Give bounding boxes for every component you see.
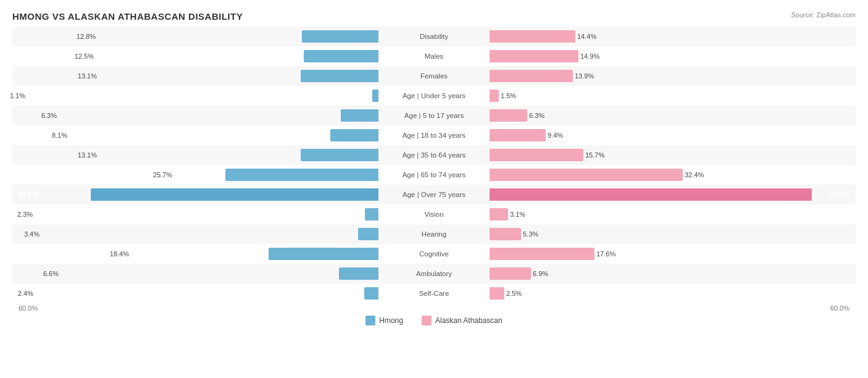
value-left: 12.8%	[77, 33, 96, 40]
bar-row: 13.1%Age | 35 to 64 years15.7%	[12, 145, 856, 165]
bar-label: Age | 65 to 74 years	[378, 171, 490, 178]
value-left: 2.4%	[18, 290, 33, 297]
axis-left: 60.0%	[19, 304, 38, 312]
axis-right: 60.0%	[830, 304, 849, 312]
bar-label: Disability	[378, 33, 490, 40]
legend-alaskan: Alaskan Athabascan	[422, 316, 503, 326]
chart-area: 12.8%Disability14.4%12.5%Males14.9%13.1%…	[12, 27, 856, 303]
value-left: 6.6%	[43, 270, 59, 277]
value-right: 32.4%	[685, 171, 704, 178]
chart-title: HMONG VS ALASKAN ATHABASCAN DISABILITY	[12, 11, 856, 22]
legend-alaskan-label: Alaskan Athabascan	[435, 316, 503, 325]
bar-row: 12.8%Disability14.4%	[12, 27, 856, 46]
value-right: 14.4%	[577, 33, 596, 40]
value-right: 2.5%	[506, 290, 522, 297]
value-left: 3.4%	[24, 230, 40, 238]
bar-label: Females	[378, 72, 490, 80]
bar-row: 12.5%Males14.9%	[12, 46, 856, 66]
legend: Hmong Alaskan Athabascan	[12, 316, 856, 326]
value-left: 13.1%	[78, 72, 97, 80]
value-left: 1.1%	[10, 92, 25, 99]
bar-label: Cognitive	[378, 250, 490, 258]
value-left: 48.2%	[17, 190, 38, 199]
value-left: 2.3%	[17, 211, 33, 218]
bar-label: Vision	[378, 211, 490, 218]
value-right: 1.5%	[501, 92, 516, 99]
value-left: 6.3%	[41, 112, 57, 119]
value-right: 6.9%	[533, 270, 548, 277]
bar-label: Males	[378, 52, 490, 60]
bar-row: 8.1%Age | 18 to 34 years9.4%	[12, 125, 856, 145]
value-right: 14.9%	[580, 52, 599, 60]
value-right: 15.7%	[585, 151, 604, 159]
bar-row: 6.3%Age | 5 to 17 years6.3%	[12, 106, 856, 125]
legend-alaskan-box	[422, 316, 432, 326]
value-right: 54.0%	[830, 190, 851, 199]
bar-row: 3.4%Hearing5.3%	[12, 224, 856, 244]
value-left: 13.1%	[78, 151, 97, 159]
bar-label: Hearing	[378, 230, 490, 238]
bar-label: Age | 35 to 64 years	[378, 151, 490, 159]
legend-hmong-box	[365, 316, 375, 326]
bar-row: 48.2%Age | Over 75 years54.0%	[12, 185, 856, 204]
bar-row: 18.4%Cognitive17.6%	[12, 244, 856, 264]
bar-row: 25.7%Age | 65 to 74 years32.4%	[12, 165, 856, 185]
value-left: 18.4%	[110, 250, 129, 258]
value-right: 13.9%	[575, 72, 594, 80]
axis-labels: 60.0% 60.0%	[12, 304, 856, 312]
bar-row: 6.6%Ambulatory6.9%	[12, 264, 856, 284]
bar-label: Age | Over 75 years	[378, 191, 490, 198]
value-left: 8.1%	[52, 132, 67, 139]
bar-label: Age | 18 to 34 years	[378, 132, 490, 139]
value-left: 12.5%	[75, 52, 94, 60]
value-right: 6.3%	[529, 112, 545, 119]
source-text: Source: ZipAtlas.com	[791, 11, 856, 19]
bar-label: Age | Under 5 years	[378, 92, 490, 99]
chart-container: HMONG VS ALASKAN ATHABASCAN DISABILITY S…	[0, 0, 868, 378]
legend-hmong-label: Hmong	[379, 316, 403, 325]
legend-hmong: Hmong	[365, 316, 403, 326]
bar-row: 1.1%Age | Under 5 years1.5%	[12, 86, 856, 106]
value-right: 17.6%	[596, 250, 616, 258]
value-right: 3.1%	[510, 211, 525, 218]
bar-label: Self-Care	[378, 290, 490, 297]
value-left: 25.7%	[153, 171, 172, 178]
value-right: 9.4%	[548, 132, 563, 139]
bar-row: 2.4%Self-Care2.5%	[12, 284, 856, 303]
bar-label: Age | 5 to 17 years	[378, 112, 490, 119]
value-right: 5.3%	[523, 230, 538, 238]
bar-row: 2.3%Vision3.1%	[12, 204, 856, 224]
bar-row: 13.1%Females13.9%	[12, 66, 856, 86]
bar-label: Ambulatory	[378, 270, 490, 277]
